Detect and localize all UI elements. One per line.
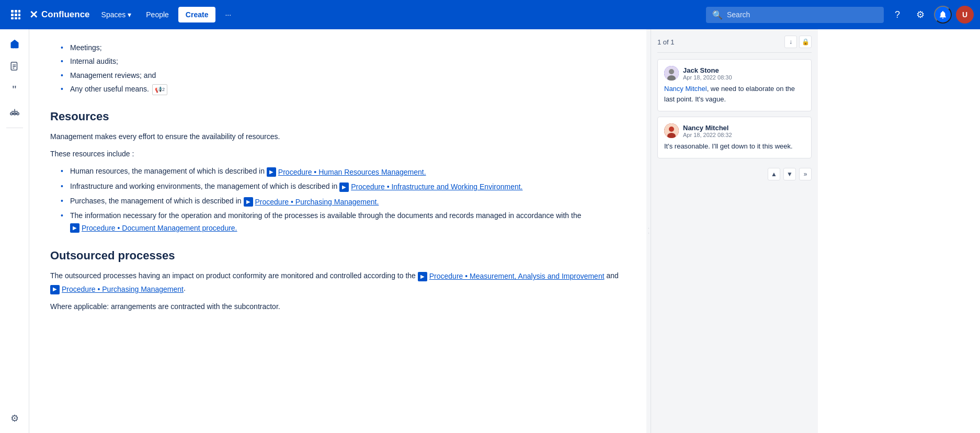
search-bar[interactable]: 🔍 Search: [706, 7, 884, 23]
panel-scroll-controls: ▲ ▼ »: [657, 164, 812, 180]
outsourced-para2: Where applicable: arrangements are contr…: [50, 301, 625, 313]
resources-para2: These resources include :: [50, 148, 625, 160]
list-item: Infrastructure and working environments,…: [61, 180, 625, 193]
panel-scroll-down[interactable]: ▼: [783, 168, 796, 180]
comment-prev-button[interactable]: ↓: [784, 36, 797, 48]
sidebar-home-icon[interactable]: [4, 33, 25, 54]
outsourced-para1: The outsourced processes having an impac…: [50, 270, 625, 296]
svg-rect-3: [11, 14, 14, 16]
svg-rect-6: [11, 17, 14, 19]
confluence-logo-text: Confluence: [41, 9, 90, 20]
notifications-button[interactable]: [934, 6, 952, 24]
panel-splitter[interactable]: · ·: [646, 29, 651, 433]
svg-rect-2: [18, 10, 20, 13]
resources-para1: Management makes every effort to ensure …: [50, 131, 625, 143]
comment-panel: 1 of 1 ↓ 🔒 Jack Stone Apr 18, 2: [651, 29, 818, 433]
sidebar-quote-icon[interactable]: ": [4, 79, 25, 100]
comment-author-2: Nancy Mitchel Apr 18, 2022 08:32: [664, 123, 805, 138]
svg-rect-5: [18, 14, 20, 16]
comment-author-name-2: Nancy Mitchel: [683, 124, 732, 132]
help-button[interactable]: ?: [888, 5, 907, 24]
panel-expand-right[interactable]: »: [799, 168, 812, 180]
settings-button[interactable]: ⚙: [911, 5, 930, 24]
svg-rect-4: [15, 14, 17, 16]
list-item: The information necessary for the operat…: [61, 210, 625, 234]
proc-link-purchasing[interactable]: ▶ Procedure • Purchasing Management.: [244, 196, 379, 208]
procedure-icon: ▶: [418, 272, 427, 281]
list-item: Meetings;: [61, 42, 625, 53]
list-item: Internal audits;: [61, 55, 625, 67]
comment-date-2: Apr 18, 2022 08:32: [683, 132, 732, 138]
proc-link-docmgmt[interactable]: ▶ Procedure • Document Management proced…: [70, 222, 237, 234]
outsourced-heading: Outsourced processes: [50, 249, 625, 263]
search-icon: 🔍: [712, 10, 723, 20]
proc-link-hr[interactable]: ▶ Procedure • Human Resources Management…: [267, 166, 426, 178]
spaces-chevron-icon: ▾: [128, 10, 131, 19]
sidebar: " ⚙: [0, 29, 29, 433]
comment-author-name-1: Jack Stone: [683, 66, 732, 74]
content-area: Meetings; Internal audits; Management re…: [29, 29, 646, 433]
apps-icon[interactable]: [6, 5, 25, 24]
procedure-icon: ▶: [244, 197, 253, 207]
svg-rect-1: [15, 10, 17, 13]
proc-link-purchasing2[interactable]: ▶ Procedure • Purchasing Management: [50, 283, 184, 295]
list-item: Management reviews; and: [61, 70, 625, 81]
list-item: Any other useful means. 📢2: [61, 83, 625, 95]
comment-body-1: Nancy Mitchel, we need to elaborate on t…: [664, 84, 805, 105]
comment-meta-2: Nancy Mitchel Apr 18, 2022 08:32: [683, 124, 732, 138]
comment-meta-1: Jack Stone Apr 18, 2022 08:30: [683, 66, 732, 81]
create-button[interactable]: Create: [178, 7, 216, 22]
procedure-icon: ▶: [50, 285, 60, 294]
resources-bullet-list: Human resources, the management of which…: [50, 165, 625, 234]
user-avatar[interactable]: U: [956, 6, 974, 24]
annotation-icon[interactable]: 📢2: [152, 84, 167, 96]
jack-avatar: [664, 66, 679, 81]
comment-body-2: It's reasonable. I'll get down to it thi…: [664, 141, 805, 152]
comment-lock-button[interactable]: 🔒: [799, 36, 812, 48]
svg-rect-0: [11, 10, 14, 13]
panel-nav: ↓ 🔒: [784, 36, 812, 48]
comment-pagination: 1 of 1: [657, 38, 675, 46]
procedure-icon: ▶: [339, 183, 349, 192]
comment-author-1: Jack Stone Apr 18, 2022 08:30: [664, 66, 805, 81]
resources-heading: Resources: [50, 110, 625, 123]
nancy-avatar: [664, 123, 679, 138]
people-menu[interactable]: People: [141, 7, 174, 22]
search-placeholder: Search: [727, 10, 750, 19]
comment-panel-header: 1 of 1 ↓ 🔒: [657, 36, 812, 53]
list-item: Purchases, the management of which is de…: [61, 195, 625, 208]
comment-card-1: Jack Stone Apr 18, 2022 08:30 Nancy Mitc…: [657, 59, 812, 111]
comment-card-2: Nancy Mitchel Apr 18, 2022 08:32 It's re…: [657, 117, 812, 158]
more-menu[interactable]: ···: [220, 7, 236, 22]
confluence-x-icon: ✕: [29, 8, 38, 21]
sidebar-tree-icon[interactable]: [4, 102, 25, 123]
svg-point-23: [669, 127, 674, 132]
list-item: Human resources, the management of which…: [61, 165, 625, 178]
comment-mention-1[interactable]: Nancy Mitchel: [664, 85, 707, 93]
sidebar-divider: [6, 128, 23, 128]
main-content: Meetings; Internal audits; Management re…: [29, 29, 980, 433]
svg-rect-8: [18, 17, 20, 19]
comment-date-1: Apr 18, 2022 08:30: [683, 74, 732, 81]
proc-link-measurement[interactable]: ▶ Procedure • Measurement, Analysis and …: [418, 270, 605, 282]
procedure-icon: ▶: [267, 167, 276, 177]
spaces-menu[interactable]: Spaces ▾: [96, 7, 137, 22]
top-bullet-list: Meetings; Internal audits; Management re…: [50, 42, 625, 95]
procedure-icon: ▶: [70, 223, 79, 233]
svg-point-20: [669, 69, 674, 74]
panel-scroll-up[interactable]: ▲: [768, 168, 780, 180]
topnav: ✕ Confluence Spaces ▾ People Create ··· …: [0, 0, 980, 29]
proc-link-infra[interactable]: ▶ Procedure • Infrastructure and Working…: [339, 181, 522, 192]
sidebar-settings-icon[interactable]: ⚙: [4, 408, 25, 429]
confluence-logo[interactable]: ✕ Confluence: [29, 8, 90, 21]
sidebar-page-icon[interactable]: [4, 56, 25, 77]
svg-rect-7: [15, 17, 17, 19]
